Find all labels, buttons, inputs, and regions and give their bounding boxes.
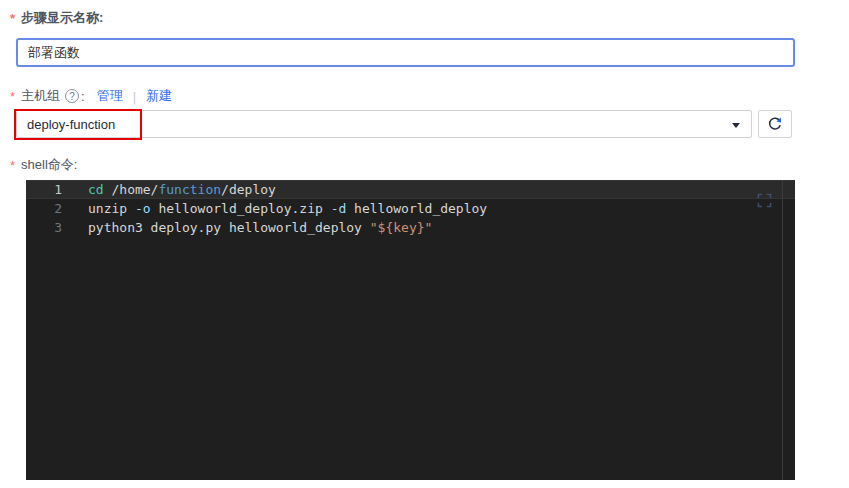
editor-line[interactable]: 2unzip -o helloworld_deploy.zip -d hello… xyxy=(26,199,795,218)
new-link[interactable]: 新建 xyxy=(146,87,172,105)
host-group-label-text: 主机组 xyxy=(21,87,60,105)
code-line-text: cd /home/function/deploy xyxy=(62,180,276,199)
line-number: 1 xyxy=(26,180,62,199)
editor-lines: 1cd /home/function/deploy2unzip -o hello… xyxy=(26,180,795,237)
fullscreen-expand-icon[interactable] xyxy=(757,193,772,208)
required-marker: * xyxy=(10,11,15,26)
line-number: 2 xyxy=(26,199,62,218)
chevron-down-icon xyxy=(732,123,740,128)
shell-command-label: * shell命令: xyxy=(10,156,77,174)
editor-scrollbar-divider[interactable] xyxy=(782,180,783,480)
step-name-input[interactable] xyxy=(16,38,795,67)
editor-line[interactable]: 1cd /home/function/deploy xyxy=(26,180,795,199)
host-group-select[interactable]: deploy-function xyxy=(16,110,752,138)
shell-code-editor[interactable]: 1cd /home/function/deploy2unzip -o hello… xyxy=(26,180,795,480)
help-icon[interactable]: ? xyxy=(65,89,79,103)
required-marker: * xyxy=(10,89,15,104)
manage-link[interactable]: 管理 xyxy=(97,87,123,105)
refresh-icon xyxy=(767,116,783,132)
code-line-text: unzip -o helloworld_deploy.zip -d hellow… xyxy=(62,199,487,218)
step-name-label: * 步骤显示名称: xyxy=(10,9,103,27)
label-colon: : xyxy=(81,89,85,104)
deploy-step-form: * 步骤显示名称: * 主机组 ? : 管理 | 新建 deploy-funct… xyxy=(0,0,849,488)
link-divider: | xyxy=(133,89,136,104)
required-marker: * xyxy=(10,158,15,173)
host-group-label: * 主机组 ? : 管理 | 新建 xyxy=(10,87,172,105)
refresh-button[interactable] xyxy=(758,110,792,138)
code-line-text: python3 deploy.py helloworld_deploy "${k… xyxy=(62,218,432,237)
host-group-selected-value: deploy-function xyxy=(27,117,115,132)
step-name-label-text: 步骤显示名称: xyxy=(21,9,103,27)
editor-line[interactable]: 3python3 deploy.py helloworld_deploy "${… xyxy=(26,218,795,237)
shell-command-label-text: shell命令: xyxy=(21,156,77,174)
line-number: 3 xyxy=(26,218,62,237)
